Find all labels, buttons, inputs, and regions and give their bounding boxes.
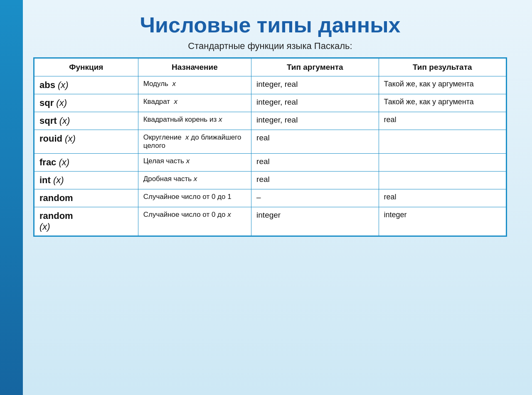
func-name: rouid — [39, 133, 62, 144]
res-type-cell: integer — [379, 207, 506, 236]
table-header-row: Функция Назначение Тип аргумента Тип рез… — [34, 59, 506, 76]
left-accent-bar — [0, 0, 23, 395]
arg-type-cell: real — [251, 172, 379, 189]
desc-cell: Случайное число от 0 до 1 — [138, 189, 251, 207]
table-row: sqrt (x) Квадратный корень из x integer,… — [34, 112, 506, 130]
func-cell: frac (x) — [34, 154, 138, 172]
table-row: int (x) Дробная часть x real — [34, 172, 506, 189]
desc-cell: Целая часть x — [138, 154, 251, 172]
table-row: rouid (x) Округление x до ближайшего цел… — [34, 130, 506, 154]
desc-cell: Квадратный корень из x — [138, 112, 251, 130]
func-arg: (x) — [62, 133, 76, 144]
func-cell: sqr (x) — [34, 94, 138, 112]
page-title: Числовые типы данных — [140, 12, 400, 37]
func-arg: (x) — [51, 175, 64, 185]
res-type-cell: Такой же, как у аргумента — [379, 94, 506, 112]
func-name: random — [39, 211, 73, 221]
res-type-cell — [379, 154, 506, 172]
desc-cell: Округление x до ближайшего целого — [138, 130, 251, 154]
header-desc: Назначение — [138, 59, 251, 76]
func-name: abs — [39, 80, 55, 90]
func-cell: random(x) — [34, 207, 138, 236]
arg-type-cell: real — [251, 154, 379, 172]
res-type-cell — [379, 130, 506, 154]
func-cell: random — [34, 189, 138, 207]
page-subtitle: Стандартные функции языка Паскаль: — [188, 41, 352, 52]
desc-cell: Дробная часть x — [138, 172, 251, 189]
func-cell: sqrt (x) — [34, 112, 138, 130]
desc-italic: x — [172, 80, 176, 88]
func-name: frac — [39, 157, 56, 167]
arg-type-cell: real — [251, 130, 379, 154]
table-row: random(x) Случайное число от 0 до x inte… — [34, 207, 506, 236]
data-table-wrapper: Функция Назначение Тип аргумента Тип рез… — [33, 57, 507, 237]
func-arg: (x) — [54, 98, 67, 108]
table-row: sqr (x) Квадрат x integer, real Такой же… — [34, 94, 506, 112]
func-name: sqrt — [39, 115, 57, 126]
func-cell: abs (x) — [34, 76, 138, 94]
header-res-type: Тип результата — [379, 59, 506, 76]
desc-italic: x — [227, 211, 231, 218]
func-name: int — [39, 175, 51, 185]
arg-type-cell: integer, real — [251, 112, 379, 130]
func-arg: (x) — [39, 221, 50, 232]
table-row: random Случайное число от 0 до 1 – real — [34, 189, 506, 207]
functions-table: Функция Назначение Тип аргумента Тип рез… — [34, 58, 506, 236]
desc-italic: x — [186, 157, 190, 165]
arg-type-cell: – — [251, 189, 379, 207]
func-arg: (x) — [56, 157, 69, 167]
desc-cell: Модуль x — [138, 76, 251, 94]
header-arg-type: Тип аргумента — [251, 59, 379, 76]
desc-cell: Квадрат x — [138, 94, 251, 112]
func-name: sqr — [39, 98, 54, 108]
func-arg: (x) — [55, 80, 69, 90]
func-name: random — [39, 193, 73, 203]
func-cell: rouid (x) — [34, 130, 138, 154]
func-arg: (x) — [57, 115, 70, 126]
desc-italic: x — [219, 115, 222, 123]
desc-cell: Случайное число от 0 до x — [138, 207, 251, 236]
desc-italic: x — [194, 175, 197, 183]
res-type-cell — [379, 172, 506, 189]
func-cell: int (x) — [34, 172, 138, 189]
table-row: abs (x) Модуль x integer, real Такой же,… — [34, 76, 506, 94]
table-row: frac (x) Целая часть x real — [34, 154, 506, 172]
res-type-cell: real — [379, 112, 506, 130]
res-type-cell: Такой же, как у аргумента — [379, 76, 506, 94]
arg-type-cell: integer, real — [251, 76, 379, 94]
desc-italic: x — [185, 133, 189, 141]
desc-italic: x — [174, 98, 178, 105]
arg-type-cell: integer, real — [251, 94, 379, 112]
arg-type-cell: integer — [251, 207, 379, 236]
header-func: Функция — [34, 59, 138, 76]
res-type-cell: real — [379, 189, 506, 207]
